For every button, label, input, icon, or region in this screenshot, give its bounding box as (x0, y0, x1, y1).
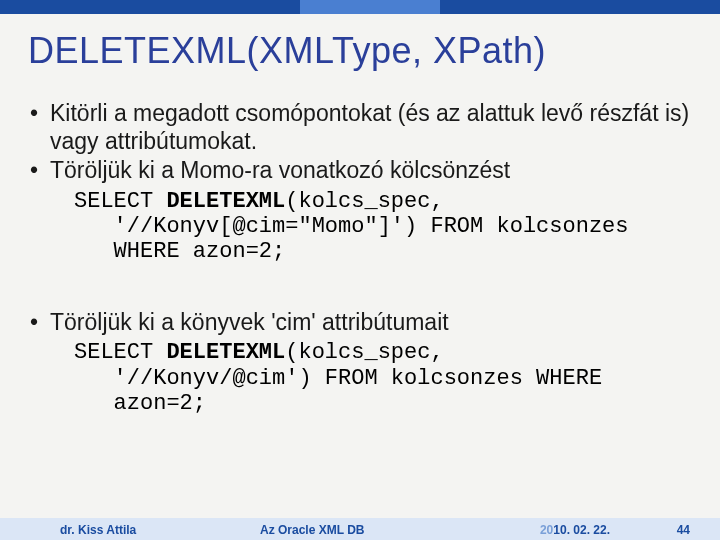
code2-select: SELECT (74, 340, 166, 365)
footer-bar: dr. Kiss Attila Az Oracle XML DB 2010. 0… (0, 518, 720, 540)
footer-date-rest: 10. 02. 22. (553, 523, 610, 537)
slide-title: DELETEXML(XMLType, XPath) (28, 30, 700, 72)
bullet-item-1: Kitörli a megadott csomópontokat (és az … (28, 100, 696, 155)
slide-body: Kitörli a megadott csomópontokat (és az … (28, 100, 696, 420)
bullet-list: Kitörli a megadott csomópontokat (és az … (28, 100, 696, 185)
code-block-2: SELECT DELETEXML(kolcs_spec, '//Konyv/@c… (28, 340, 696, 416)
slide: DELETEXML(XMLType, XPath) Kitörli a mega… (0, 0, 720, 540)
code2-line2: '//Konyv/@cim') FROM kolcsonzes WHERE (74, 366, 602, 391)
footer-page-number: 44 (677, 523, 690, 537)
footer-date-prefix: 20 (540, 523, 553, 537)
code1-func: DELETEXML (166, 189, 285, 214)
code1-select: SELECT (74, 189, 166, 214)
code-block-1: SELECT DELETEXML(kolcs_spec, '//Konyv[@c… (28, 189, 696, 265)
code2-rest1: (kolcs_spec, (285, 340, 443, 365)
bullet-item-3: Töröljük ki a könyvek 'cim' attribútumai… (28, 309, 696, 337)
code1-rest1: (kolcs_spec, (285, 189, 443, 214)
footer-center: Az Oracle XML DB (260, 523, 364, 537)
code1-line3: WHERE azon=2; (74, 239, 285, 264)
footer-author: dr. Kiss Attila (60, 523, 136, 537)
code2-func: DELETEXML (166, 340, 285, 365)
code2-line3: azon=2; (74, 391, 206, 416)
spacer (28, 269, 696, 309)
bullet-list-2: Töröljük ki a könyvek 'cim' attribútumai… (28, 309, 696, 337)
bullet-item-2: Töröljük ki a Momo-ra vonatkozó kölcsönz… (28, 157, 696, 185)
top-bar-accent (300, 0, 440, 14)
code1-line2: '//Konyv[@cim="Momo"]') FROM kolcsonzes (74, 214, 629, 239)
footer-date: 2010. 02. 22. (540, 523, 610, 537)
